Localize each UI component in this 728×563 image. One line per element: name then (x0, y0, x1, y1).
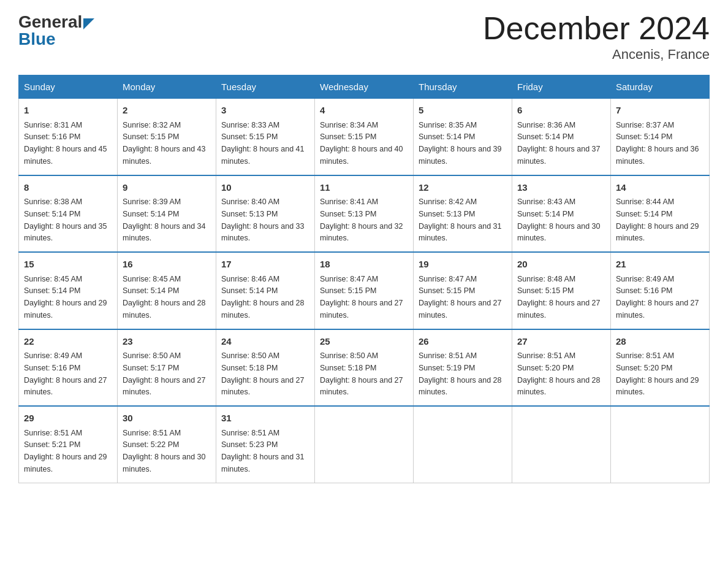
calendar-week-row: 8Sunrise: 8:38 AMSunset: 5:14 PMDaylight… (19, 175, 710, 253)
title-block: December 2024 Ancenis, France (483, 12, 710, 63)
calendar-cell: 31Sunrise: 8:51 AMSunset: 5:23 PMDayligh… (216, 406, 315, 483)
day-number: 22 (24, 335, 112, 349)
day-info: Sunrise: 8:51 AMSunset: 5:19 PMDaylight:… (419, 351, 502, 396)
day-number: 12 (419, 181, 507, 195)
calendar-week-row: 22Sunrise: 8:49 AMSunset: 5:16 PMDayligh… (19, 329, 710, 407)
calendar-cell: 21Sunrise: 8:49 AMSunset: 5:16 PMDayligh… (611, 252, 710, 329)
day-info: Sunrise: 8:32 AMSunset: 5:15 PMDaylight:… (123, 121, 206, 166)
calendar-cell: 15Sunrise: 8:45 AMSunset: 5:14 PMDayligh… (19, 252, 118, 329)
day-number: 13 (517, 181, 605, 195)
day-info: Sunrise: 8:45 AMSunset: 5:14 PMDaylight:… (24, 275, 107, 320)
day-info: Sunrise: 8:34 AMSunset: 5:15 PMDaylight:… (320, 121, 403, 166)
logo-arrow-icon (82, 15, 94, 29)
calendar-cell: 27Sunrise: 8:51 AMSunset: 5:20 PMDayligh… (512, 329, 611, 407)
calendar-cell: 22Sunrise: 8:49 AMSunset: 5:16 PMDayligh… (19, 329, 118, 407)
calendar-header-row: SundayMondayTuesdayWednesdayThursdayFrid… (19, 75, 710, 99)
column-header-wednesday: Wednesday (315, 75, 414, 99)
day-number: 18 (320, 258, 408, 272)
day-info: Sunrise: 8:42 AMSunset: 5:13 PMDaylight:… (419, 197, 502, 242)
day-number: 9 (123, 181, 211, 195)
day-info: Sunrise: 8:31 AMSunset: 5:16 PMDaylight:… (24, 121, 107, 166)
calendar-week-row: 15Sunrise: 8:45 AMSunset: 5:14 PMDayligh… (19, 252, 710, 329)
calendar-cell (414, 406, 512, 483)
column-header-thursday: Thursday (414, 75, 512, 99)
day-number: 24 (221, 335, 309, 349)
day-number: 20 (517, 258, 605, 272)
calendar-cell: 10Sunrise: 8:40 AMSunset: 5:13 PMDayligh… (216, 175, 315, 253)
day-info: Sunrise: 8:50 AMSunset: 5:18 PMDaylight:… (320, 351, 403, 396)
calendar-week-row: 29Sunrise: 8:51 AMSunset: 5:21 PMDayligh… (19, 406, 710, 483)
day-info: Sunrise: 8:51 AMSunset: 5:22 PMDaylight:… (123, 429, 206, 473)
day-number: 21 (616, 258, 704, 272)
day-number: 14 (616, 181, 704, 195)
day-number: 1 (24, 104, 112, 118)
calendar-cell: 1Sunrise: 8:31 AMSunset: 5:16 PMDaylight… (19, 99, 118, 175)
svg-marker-0 (83, 18, 94, 29)
day-info: Sunrise: 8:47 AMSunset: 5:15 PMDaylight:… (320, 275, 403, 320)
day-number: 2 (123, 104, 211, 118)
day-info: Sunrise: 8:47 AMSunset: 5:15 PMDaylight:… (419, 275, 502, 320)
day-info: Sunrise: 8:51 AMSunset: 5:20 PMDaylight:… (517, 351, 601, 396)
calendar-cell: 14Sunrise: 8:44 AMSunset: 5:14 PMDayligh… (611, 175, 710, 253)
day-info: Sunrise: 8:37 AMSunset: 5:14 PMDaylight:… (616, 121, 699, 166)
day-number: 17 (221, 258, 309, 272)
day-number: 23 (123, 335, 211, 349)
day-number: 3 (221, 104, 309, 118)
day-info: Sunrise: 8:49 AMSunset: 5:16 PMDaylight:… (24, 351, 107, 396)
logo: General Blue (18, 12, 94, 49)
calendar-cell: 26Sunrise: 8:51 AMSunset: 5:19 PMDayligh… (414, 329, 512, 407)
calendar-cell: 11Sunrise: 8:41 AMSunset: 5:13 PMDayligh… (315, 175, 414, 253)
calendar-cell: 29Sunrise: 8:51 AMSunset: 5:21 PMDayligh… (19, 406, 118, 483)
day-info: Sunrise: 8:35 AMSunset: 5:14 PMDaylight:… (419, 121, 502, 166)
calendar-cell: 6Sunrise: 8:36 AMSunset: 5:14 PMDaylight… (512, 99, 611, 175)
day-number: 11 (320, 181, 408, 195)
calendar-cell: 28Sunrise: 8:51 AMSunset: 5:20 PMDayligh… (611, 329, 710, 407)
day-info: Sunrise: 8:36 AMSunset: 5:14 PMDaylight:… (517, 121, 601, 166)
day-number: 4 (320, 104, 408, 118)
day-number: 28 (616, 335, 704, 349)
day-info: Sunrise: 8:33 AMSunset: 5:15 PMDaylight:… (221, 121, 305, 166)
calendar-table: SundayMondayTuesdayWednesdayThursdayFrid… (18, 75, 710, 483)
day-number: 16 (123, 258, 211, 272)
day-number: 27 (517, 335, 605, 349)
day-info: Sunrise: 8:51 AMSunset: 5:20 PMDaylight:… (616, 351, 699, 396)
day-info: Sunrise: 8:50 AMSunset: 5:17 PMDaylight:… (123, 351, 206, 396)
calendar-cell: 23Sunrise: 8:50 AMSunset: 5:17 PMDayligh… (118, 329, 216, 407)
day-info: Sunrise: 8:38 AMSunset: 5:14 PMDaylight:… (24, 197, 107, 242)
day-info: Sunrise: 8:44 AMSunset: 5:14 PMDaylight:… (616, 197, 699, 242)
day-number: 8 (24, 181, 112, 195)
calendar-cell: 5Sunrise: 8:35 AMSunset: 5:14 PMDaylight… (414, 99, 512, 175)
column-header-friday: Friday (512, 75, 611, 99)
day-info: Sunrise: 8:45 AMSunset: 5:14 PMDaylight:… (123, 275, 206, 320)
calendar-cell: 17Sunrise: 8:46 AMSunset: 5:14 PMDayligh… (216, 252, 315, 329)
calendar-cell: 8Sunrise: 8:38 AMSunset: 5:14 PMDaylight… (19, 175, 118, 253)
calendar-cell: 2Sunrise: 8:32 AMSunset: 5:15 PMDaylight… (118, 99, 216, 175)
column-header-monday: Monday (118, 75, 216, 99)
day-number: 19 (419, 258, 507, 272)
calendar-cell (315, 406, 414, 483)
calendar-cell: 30Sunrise: 8:51 AMSunset: 5:22 PMDayligh… (118, 406, 216, 483)
calendar-cell (611, 406, 710, 483)
calendar-cell: 3Sunrise: 8:33 AMSunset: 5:15 PMDaylight… (216, 99, 315, 175)
calendar-cell: 24Sunrise: 8:50 AMSunset: 5:18 PMDayligh… (216, 329, 315, 407)
day-number: 31 (221, 412, 309, 426)
calendar-cell: 7Sunrise: 8:37 AMSunset: 5:14 PMDaylight… (611, 99, 710, 175)
location-label: Ancenis, France (483, 47, 710, 63)
column-header-tuesday: Tuesday (216, 75, 315, 99)
day-number: 10 (221, 181, 309, 195)
day-number: 30 (123, 412, 211, 426)
logo-blue-text: Blue (18, 29, 56, 49)
calendar-cell: 9Sunrise: 8:39 AMSunset: 5:14 PMDaylight… (118, 175, 216, 253)
calendar-week-row: 1Sunrise: 8:31 AMSunset: 5:16 PMDaylight… (19, 99, 710, 175)
day-number: 29 (24, 412, 112, 426)
day-info: Sunrise: 8:49 AMSunset: 5:16 PMDaylight:… (616, 275, 699, 320)
calendar-cell: 16Sunrise: 8:45 AMSunset: 5:14 PMDayligh… (118, 252, 216, 329)
day-number: 25 (320, 335, 408, 349)
day-info: Sunrise: 8:46 AMSunset: 5:14 PMDaylight:… (221, 275, 305, 320)
calendar-cell: 19Sunrise: 8:47 AMSunset: 5:15 PMDayligh… (414, 252, 512, 329)
calendar-cell: 12Sunrise: 8:42 AMSunset: 5:13 PMDayligh… (414, 175, 512, 253)
day-number: 15 (24, 258, 112, 272)
month-title: December 2024 (483, 12, 710, 44)
calendar-cell: 18Sunrise: 8:47 AMSunset: 5:15 PMDayligh… (315, 252, 414, 329)
day-info: Sunrise: 8:51 AMSunset: 5:23 PMDaylight:… (221, 429, 305, 473)
